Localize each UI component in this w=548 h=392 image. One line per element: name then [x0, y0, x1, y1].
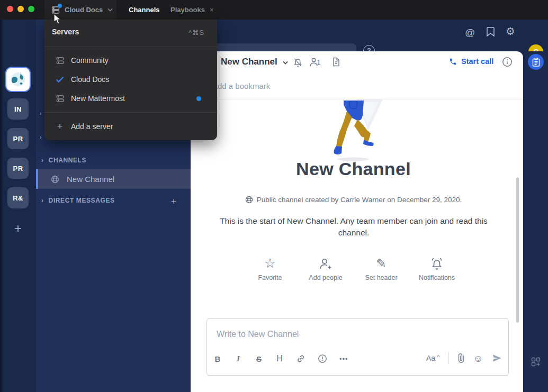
hidden-group-chevron-icon: ›	[40, 110, 42, 116]
server-dropdown-menu: Servers ^⌘S Community Cloud Docs	[44, 20, 217, 140]
sidebar-group-direct-messages[interactable]: › DIRECT MESSAGES	[41, 197, 115, 204]
strikethrough-button[interactable]: S	[255, 354, 263, 363]
message-composer[interactable]: Write to New Channel B I S H	[206, 318, 509, 376]
composer-placeholder: Write to New Channel	[217, 330, 299, 339]
favorite-button[interactable]: ☆ Favorite	[246, 255, 294, 281]
action-label: Set header	[365, 274, 397, 281]
menu-item-label: Community	[71, 56, 109, 65]
tab-playbooks[interactable]: Playbooks ×	[170, 0, 214, 20]
add-team-button[interactable]: +	[0, 220, 36, 238]
channel-intro-illustration	[326, 99, 386, 163]
team-item[interactable]: PR	[7, 128, 29, 149]
emoji-smiley-icon[interactable]: ☺	[473, 353, 483, 363]
member-count: 1	[317, 58, 321, 67]
check-icon	[55, 76, 65, 83]
mentions-icon[interactable]: @	[465, 27, 475, 39]
channel-intro-actions: ☆ Favorite Add people ✎ Set header	[191, 255, 516, 281]
server-icon	[55, 56, 65, 65]
heading-button[interactable]: H	[275, 354, 284, 363]
priority-icon[interactable]	[318, 354, 327, 363]
menu-item-add-server[interactable]: + Add a server	[44, 117, 217, 136]
saved-posts-icon[interactable]	[486, 26, 495, 38]
divider	[44, 112, 217, 113]
pencil-icon: ✎	[376, 255, 386, 271]
intro-byline: Public channel created by Carrie Warner …	[191, 196, 516, 204]
format-toggle-button[interactable]: Aa^	[426, 354, 440, 362]
menu-item-label: New Mattermost	[71, 94, 125, 103]
aa-label: Aa	[426, 354, 436, 362]
tab-channels-label: Channels	[129, 6, 160, 14]
menu-item-cloud-docs[interactable]: Cloud Docs	[44, 70, 217, 89]
notifications-button[interactable]: Notifications	[413, 255, 461, 281]
unread-dot	[196, 96, 201, 101]
menu-item-new-mattermost[interactable]: New Mattermost	[44, 89, 217, 108]
link-icon[interactable]	[296, 354, 306, 363]
close-tab-icon[interactable]: ×	[210, 6, 214, 14]
person-plus-icon	[319, 255, 333, 271]
more-formatting-icon[interactable]: •••	[339, 355, 348, 363]
toolbar-divider	[448, 352, 449, 364]
menu-item-community[interactable]: Community	[44, 51, 217, 70]
menu-item-label: Add a server	[71, 122, 113, 131]
sidebar-group-channels[interactable]: › CHANNELS	[41, 157, 86, 164]
composer-right-controls: Aa^ ☺	[426, 352, 502, 364]
channel-label: New Channel	[67, 175, 114, 184]
channel-title[interactable]: New Channel	[221, 57, 277, 67]
server-button-label: Cloud Docs	[65, 6, 103, 14]
chevron-icon: ›	[41, 197, 44, 204]
bell-ring-icon	[429, 255, 444, 271]
team-item[interactable]: IN	[7, 98, 29, 120]
team-item-active[interactable]	[6, 68, 30, 91]
plus-icon: +	[55, 121, 65, 132]
divider	[44, 47, 217, 47]
team-item[interactable]: PR	[7, 158, 29, 179]
action-label: Add people	[309, 274, 342, 281]
attachment-paperclip-icon[interactable]	[457, 353, 465, 363]
chevron-down-icon[interactable]	[283, 61, 288, 65]
plus-icon: +	[171, 196, 176, 207]
bookmark-bar[interactable]: + Add a bookmark	[191, 74, 523, 99]
team-initials: PR	[13, 135, 23, 143]
settings-gear-icon[interactable]: ⚙	[506, 25, 515, 38]
add-bookmark-label: Add a bookmark	[212, 81, 270, 90]
caret-up-icon: ^	[437, 354, 439, 360]
globe-avatar	[10, 71, 26, 88]
team-initials: PR	[13, 165, 23, 172]
group-label: DIRECT MESSAGES	[49, 197, 115, 204]
formatting-toolbar: B I S H •••	[213, 354, 348, 363]
clipboard-icon	[532, 58, 540, 67]
bold-button[interactable]: B	[213, 354, 222, 363]
italic-button[interactable]: I	[234, 354, 242, 363]
vertical-scrollbar[interactable]	[516, 177, 519, 323]
add-direct-message-button[interactable]: +	[168, 196, 179, 207]
maximize-window-button[interactable]	[28, 6, 34, 12]
playbooks-app-button[interactable]	[528, 54, 544, 70]
intro-byline-text: Public channel created by Carrie Warner …	[257, 196, 462, 204]
pinned-file-icon[interactable]	[332, 57, 340, 67]
group-label: CHANNELS	[49, 157, 86, 164]
team-item[interactable]: R&	[7, 187, 29, 208]
send-icon[interactable]	[492, 353, 502, 363]
plus-icon: +	[14, 221, 22, 236]
add-people-button[interactable]: Add people	[302, 255, 349, 281]
globe-icon	[245, 196, 253, 204]
server-icon	[55, 94, 65, 103]
channel-info-icon[interactable]	[502, 57, 513, 67]
action-label: Favorite	[258, 274, 282, 281]
phone-icon	[449, 58, 457, 66]
minimize-window-button[interactable]	[17, 6, 24, 12]
team-initials: R&	[13, 194, 23, 202]
start-call-button[interactable]: Start call	[449, 57, 493, 66]
tab-channels[interactable]: Channels	[129, 0, 160, 20]
chevron-down-icon	[107, 8, 113, 12]
mute-bell-slash-icon[interactable]	[293, 57, 303, 68]
action-label: Notifications	[419, 274, 455, 281]
intro-description: This is the start of New Channel. Any te…	[205, 215, 502, 239]
titlebar: Cloud Docs Channels Playbooks ×	[0, 0, 548, 20]
set-header-button[interactable]: ✎ Set header	[357, 255, 405, 281]
dropdown-shortcut: ^⌘S	[188, 29, 204, 37]
add-apps-icon[interactable]	[531, 357, 541, 367]
sidebar-item-new-channel[interactable]: New Channel	[36, 169, 193, 189]
close-window-button[interactable]	[7, 6, 13, 12]
team-initials: IN	[14, 105, 22, 113]
